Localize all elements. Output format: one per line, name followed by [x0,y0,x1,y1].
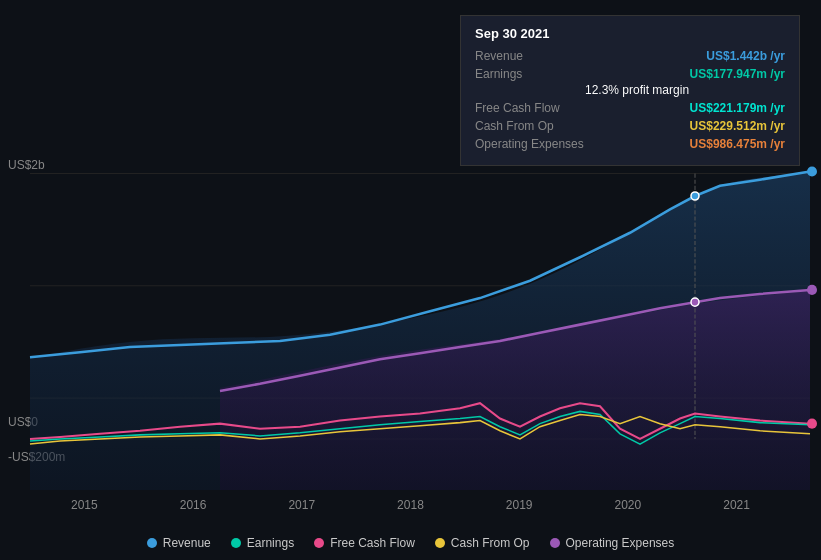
x-label-2016: 2016 [180,498,207,512]
tooltip-row-opex: Operating Expenses US$986.475m /yr [475,137,785,151]
legend-dot-fcf [314,538,324,548]
x-label-2017: 2017 [288,498,315,512]
tooltip-row-revenue: Revenue US$1.442b /yr [475,49,785,63]
tooltip-label-fcf: Free Cash Flow [475,101,560,115]
tooltip-value-cashfromop: US$229.512m /yr [690,119,785,133]
tooltip-date: Sep 30 2021 [475,26,785,41]
legend-item-cashfromop[interactable]: Cash From Op [435,536,530,550]
legend-dot-revenue [147,538,157,548]
legend-dot-earnings [231,538,241,548]
legend-item-opex[interactable]: Operating Expenses [550,536,675,550]
tooltip-value-revenue: US$1.442b /yr [706,49,785,63]
tooltip-row-fcf: Free Cash Flow US$221.179m /yr [475,101,785,115]
x-label-2019: 2019 [506,498,533,512]
x-label-2021: 2021 [723,498,750,512]
tooltip-value-earnings: US$177.947m /yr [690,67,785,81]
x-label-2018: 2018 [397,498,424,512]
opex-dot [691,298,699,306]
legend-label-earnings: Earnings [247,536,294,550]
x-label-2015: 2015 [71,498,98,512]
x-label-2020: 2020 [615,498,642,512]
legend-item-earnings[interactable]: Earnings [231,536,294,550]
opex-end-dot [807,285,817,295]
tooltip-label-cashfromop: Cash From Op [475,119,554,133]
tooltip-box: Sep 30 2021 Revenue US$1.442b /yr Earnin… [460,15,800,166]
legend-label-fcf: Free Cash Flow [330,536,415,550]
legend-item-revenue[interactable]: Revenue [147,536,211,550]
tooltip-label-revenue: Revenue [475,49,523,63]
legend-item-fcf[interactable]: Free Cash Flow [314,536,415,550]
tooltip-value-fcf: US$221.179m /yr [690,101,785,115]
fcf-end-dot [807,419,817,429]
chart-legend: Revenue Earnings Free Cash Flow Cash Fro… [0,536,821,550]
tooltip-row-earnings: Earnings US$177.947m /yr [475,67,785,81]
x-axis: 2015 2016 2017 2018 2019 2020 2021 [0,498,821,512]
legend-label-revenue: Revenue [163,536,211,550]
legend-label-cashfromop: Cash From Op [451,536,530,550]
tooltip-row-cashfromop: Cash From Op US$229.512m /yr [475,119,785,133]
tooltip-profit-margin: 12.3% profit margin [475,83,785,97]
legend-dot-opex [550,538,560,548]
revenue-dot [691,192,699,200]
legend-label-opex: Operating Expenses [566,536,675,550]
legend-dot-cashfromop [435,538,445,548]
tooltip-label-earnings: Earnings [475,67,522,81]
tooltip-value-opex: US$986.475m /yr [690,137,785,151]
tooltip-label-opex: Operating Expenses [475,137,584,151]
revenue-end-dot [807,166,817,176]
chart-container: Sep 30 2021 Revenue US$1.442b /yr Earnin… [0,0,821,560]
